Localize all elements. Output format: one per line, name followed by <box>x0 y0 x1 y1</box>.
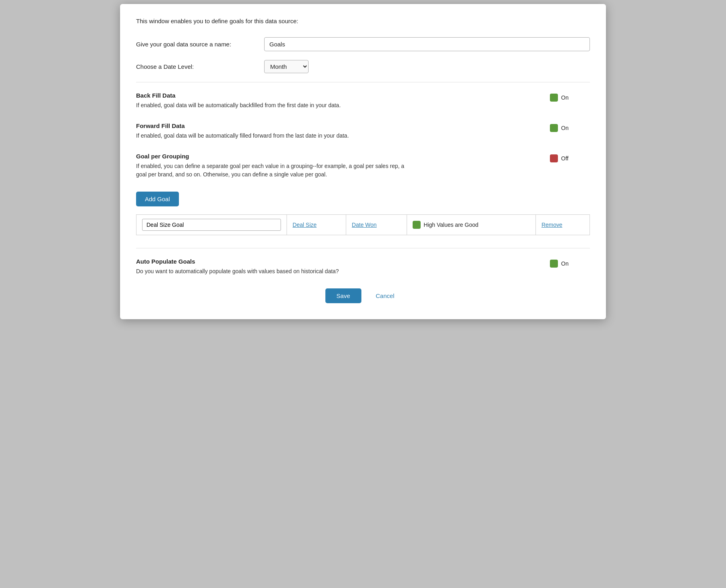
high-values-toggle[interactable]: High Values are Good <box>413 221 530 229</box>
goal-per-grouping-toggle-label: Off <box>561 155 568 162</box>
back-fill-toggle-label: On <box>561 94 569 101</box>
forward-fill-section: Forward Fill Data If enabled, goal data … <box>136 122 590 140</box>
remove-link[interactable]: Remove <box>541 222 562 228</box>
high-values-cell: High Values are Good <box>407 214 535 235</box>
modal-window: This window enables you to define goals … <box>120 4 606 319</box>
save-button[interactable]: Save <box>325 288 361 303</box>
goal-per-grouping-content: Goal per Grouping If enabled, you can de… <box>136 153 408 179</box>
name-input[interactable] <box>264 37 590 51</box>
back-fill-toggle-icon[interactable] <box>550 94 558 102</box>
date-link[interactable]: Date Won <box>352 222 377 228</box>
goal-name-cell <box>136 214 287 235</box>
forward-fill-title: Forward Fill Data <box>136 122 408 129</box>
metric-link[interactable]: Deal Size <box>293 222 317 228</box>
date-cell: Date Won <box>346 214 407 235</box>
divider-1 <box>136 82 590 82</box>
intro-text: This window enables you to define goals … <box>136 17 590 26</box>
goal-per-grouping-description: If enabled, you can define a separate go… <box>136 162 408 179</box>
auto-populate-section: Auto Populate Goals Do you want to autom… <box>136 258 590 276</box>
high-values-toggle-icon[interactable] <box>413 221 421 229</box>
goal-per-grouping-title: Goal per Grouping <box>136 153 408 160</box>
add-goal-button[interactable]: Add Goal <box>136 192 179 206</box>
footer-buttons: Save Cancel <box>136 288 590 303</box>
date-level-label: Choose a Date Level: <box>136 63 264 70</box>
remove-cell: Remove <box>535 214 590 235</box>
table-row: Deal Size Date Won High Values are Good … <box>136 214 590 235</box>
modal-body: This window enables you to define goals … <box>120 4 606 319</box>
goals-table: Deal Size Date Won High Values are Good … <box>136 214 590 235</box>
back-fill-toggle[interactable]: On <box>550 94 590 102</box>
name-field-row: Give your goal data source a name: <box>136 37 590 51</box>
back-fill-content: Back Fill Data If enabled, goal data wil… <box>136 92 408 110</box>
forward-fill-description: If enabled, goal data will be automatica… <box>136 132 408 140</box>
back-fill-title: Back Fill Data <box>136 92 408 99</box>
name-field-label: Give your goal data source a name: <box>136 41 264 48</box>
auto-populate-description: Do you want to automatically populate go… <box>136 267 408 276</box>
auto-populate-toggle-icon[interactable] <box>550 260 558 268</box>
goal-per-grouping-section: Goal per Grouping If enabled, you can de… <box>136 153 590 179</box>
goal-name-input[interactable] <box>142 219 281 231</box>
divider-2 <box>136 248 590 248</box>
date-level-select[interactable]: Day Week Month Quarter Year <box>264 60 309 73</box>
auto-populate-content: Auto Populate Goals Do you want to autom… <box>136 258 408 276</box>
forward-fill-toggle-icon[interactable] <box>550 124 558 132</box>
forward-fill-toggle[interactable]: On <box>550 124 590 132</box>
back-fill-section: Back Fill Data If enabled, goal data wil… <box>136 92 590 110</box>
auto-populate-toggle-label: On <box>561 260 569 267</box>
cancel-button[interactable]: Cancel <box>369 288 401 303</box>
auto-populate-toggle[interactable]: On <box>550 260 590 268</box>
auto-populate-title: Auto Populate Goals <box>136 258 408 265</box>
high-values-label: High Values are Good <box>424 222 479 228</box>
forward-fill-content: Forward Fill Data If enabled, goal data … <box>136 122 408 140</box>
back-fill-description: If enabled, goal data will be automatica… <box>136 101 408 110</box>
goal-per-grouping-toggle-icon[interactable] <box>550 154 558 162</box>
metric-cell: Deal Size <box>287 214 346 235</box>
date-level-row: Choose a Date Level: Day Week Month Quar… <box>136 60 590 73</box>
forward-fill-toggle-label: On <box>561 125 569 131</box>
goal-per-grouping-toggle[interactable]: Off <box>550 154 590 162</box>
